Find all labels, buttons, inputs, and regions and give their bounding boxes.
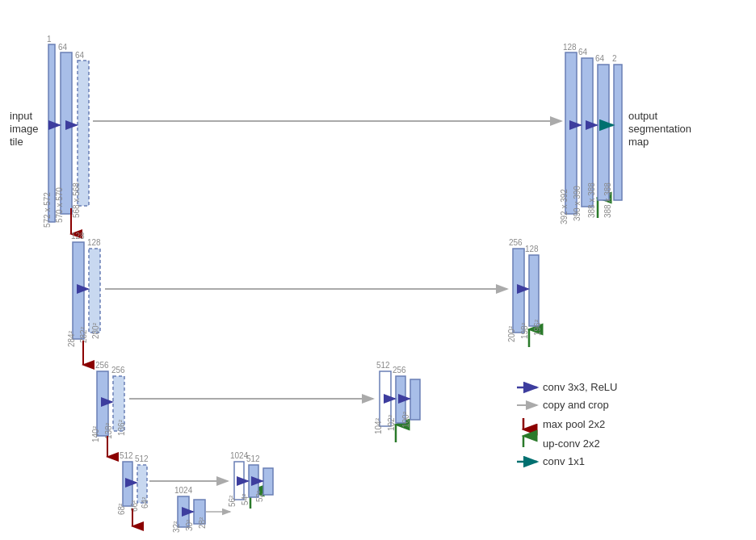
svg-text:conv 3x3, ReLU: conv 3x3, ReLU	[543, 381, 618, 393]
svg-text:128: 128	[563, 43, 577, 52]
svg-text:56²: 56²	[228, 495, 237, 507]
svg-text:256: 256	[111, 366, 125, 375]
svg-rect-40	[194, 500, 205, 524]
svg-rect-70	[529, 255, 539, 326]
svg-text:570 x 570: 570 x 570	[55, 187, 64, 223]
svg-rect-47	[234, 462, 244, 500]
svg-text:256: 256	[509, 238, 523, 247]
svg-text:140²: 140²	[91, 425, 100, 442]
svg-text:1: 1	[47, 35, 52, 44]
svg-text:138²: 138²	[104, 422, 113, 439]
svg-text:64²: 64²	[141, 496, 149, 509]
unet-diagram: 572 x 572 570 x 570 568 x 568 1 64 64 28…	[0, 0, 756, 540]
svg-text:64: 64	[75, 51, 85, 60]
svg-text:image: image	[10, 123, 38, 135]
svg-text:max pool 2x2: max pool 2x2	[543, 418, 605, 430]
svg-text:512: 512	[376, 361, 390, 370]
svg-text:198²: 198²	[520, 322, 529, 339]
svg-rect-0	[48, 44, 55, 222]
svg-rect-60	[410, 379, 420, 420]
svg-text:68²: 68²	[117, 503, 126, 515]
svg-rect-69	[513, 249, 524, 333]
svg-rect-78	[565, 52, 577, 214]
svg-rect-12	[73, 242, 84, 339]
svg-text:copy and crop: copy and crop	[543, 399, 609, 411]
svg-text:conv 1x1: conv 1x1	[543, 455, 585, 467]
svg-text:tile: tile	[10, 136, 23, 148]
svg-text:1024: 1024	[174, 486, 193, 495]
svg-rect-49	[263, 468, 273, 495]
svg-text:280²: 280²	[91, 322, 100, 339]
svg-text:input: input	[10, 110, 33, 122]
svg-rect-48	[249, 465, 258, 497]
svg-rect-31	[137, 465, 147, 503]
svg-text:256: 256	[393, 366, 406, 375]
svg-rect-1	[61, 52, 72, 214]
svg-text:64: 64	[578, 48, 588, 57]
svg-text:128: 128	[71, 232, 85, 241]
svg-text:282²: 282²	[79, 326, 88, 343]
svg-text:102²: 102²	[387, 414, 396, 431]
svg-text:568 x 568: 568 x 568	[72, 182, 81, 218]
svg-text:map: map	[628, 136, 649, 148]
svg-text:256: 256	[95, 361, 109, 370]
svg-text:52²: 52²	[255, 490, 264, 502]
svg-text:388 x 388: 388 x 388	[587, 182, 596, 218]
svg-rect-2	[78, 61, 89, 206]
svg-text:output: output	[628, 110, 658, 122]
svg-text:segmentation: segmentation	[628, 123, 691, 135]
svg-text:196²: 196²	[533, 319, 542, 336]
svg-rect-80	[598, 65, 609, 200]
svg-rect-13	[89, 249, 100, 333]
diagram-svg: 572 x 572 570 x 570 568 x 568 1 64 64 28…	[0, 0, 756, 540]
svg-text:up-conv 2x2: up-conv 2x2	[543, 437, 600, 450]
svg-text:512: 512	[120, 451, 133, 460]
svg-text:100²: 100²	[401, 411, 410, 428]
svg-rect-81	[614, 65, 622, 200]
svg-text:64: 64	[58, 43, 68, 52]
svg-text:512: 512	[246, 454, 260, 463]
svg-rect-22	[113, 376, 124, 431]
svg-rect-58	[380, 371, 391, 426]
svg-rect-21	[97, 371, 108, 436]
svg-text:104²: 104²	[374, 417, 383, 434]
svg-text:128: 128	[87, 238, 101, 247]
svg-text:1024: 1024	[230, 451, 249, 460]
svg-rect-39	[178, 496, 189, 527]
svg-text:390 x 390: 390 x 390	[573, 186, 582, 221]
svg-text:284²: 284²	[67, 330, 76, 347]
svg-rect-59	[396, 376, 405, 423]
svg-text:64: 64	[595, 54, 605, 63]
svg-text:28²: 28²	[198, 517, 207, 529]
svg-text:572 x 572: 572 x 572	[43, 192, 52, 228]
svg-rect-30	[123, 462, 132, 506]
svg-text:2: 2	[612, 54, 617, 63]
svg-text:66²: 66²	[130, 500, 139, 512]
svg-text:388 x 388: 388 x 388	[603, 182, 612, 218]
svg-text:200²: 200²	[507, 325, 516, 342]
svg-text:30²: 30²	[185, 519, 194, 531]
svg-text:512: 512	[135, 454, 149, 463]
svg-text:128: 128	[525, 245, 539, 253]
svg-rect-79	[582, 58, 593, 207]
svg-text:32²: 32²	[172, 521, 181, 533]
svg-text:136²: 136²	[117, 419, 126, 436]
svg-text:392 x 392: 392 x 392	[560, 189, 569, 224]
svg-text:54²: 54²	[241, 493, 250, 505]
